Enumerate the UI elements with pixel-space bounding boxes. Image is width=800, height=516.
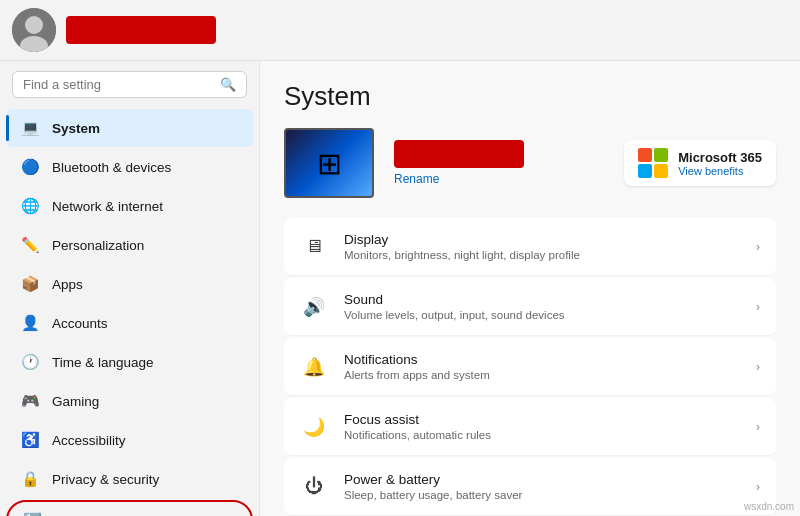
sidebar-item-windowsupdate[interactable]: 🔄 Windows Update: [6, 500, 253, 516]
personalization-icon: ✏️: [20, 235, 40, 255]
sidebar: 🔍 💻 System 🔵 Bluetooth & devices 🌐 Netwo…: [0, 61, 260, 516]
sidebar-item-accessibility[interactable]: ♿ Accessibility: [6, 421, 253, 459]
device-name-area: Rename: [394, 140, 524, 186]
search-input[interactable]: [23, 77, 214, 92]
device-header: ⊞ Rename Microsoft 365 View benefits: [284, 128, 776, 198]
setting-item-focusassist[interactable]: 🌙 Focus assist Notifications, automatic …: [284, 398, 776, 456]
device-image: ⊞: [284, 128, 374, 198]
user-name-bar: [66, 16, 216, 44]
microsoft365-subtitle: View benefits: [678, 165, 762, 177]
display-text: Display Monitors, brightness, night ligh…: [344, 232, 740, 261]
watermark: wsxdn.com: [744, 501, 794, 512]
sidebar-item-label-privacy: Privacy & security: [52, 472, 239, 487]
apps-icon: 📦: [20, 274, 40, 294]
microsoft365-text: Microsoft 365 View benefits: [678, 150, 762, 177]
setting-item-notifications[interactable]: 🔔 Notifications Alerts from apps and sys…: [284, 338, 776, 396]
nav-list: 💻 System 🔵 Bluetooth & devices 🌐 Network…: [0, 108, 259, 516]
sidebar-item-label-apps: Apps: [52, 277, 239, 292]
gaming-icon: 🎮: [20, 391, 40, 411]
privacy-icon: 🔒: [20, 469, 40, 489]
device-name-bar: [394, 140, 524, 168]
notifications-title: Notifications: [344, 352, 740, 367]
powerbattery-title: Power & battery: [344, 472, 740, 487]
sidebar-item-network[interactable]: 🌐 Network & internet: [6, 187, 253, 225]
notifications-text: Notifications Alerts from apps and syste…: [344, 352, 740, 381]
sound-icon: 🔊: [300, 293, 328, 321]
accounts-icon: 👤: [20, 313, 40, 333]
sound-chevron: ›: [756, 300, 760, 314]
search-box[interactable]: 🔍: [12, 71, 247, 98]
display-title: Display: [344, 232, 740, 247]
sidebar-item-personalization[interactable]: ✏️ Personalization: [6, 226, 253, 264]
system-icon: 💻: [20, 118, 40, 138]
settings-list: 🖥 Display Monitors, brightness, night li…: [284, 218, 776, 516]
sidebar-item-time[interactable]: 🕐 Time & language: [6, 343, 253, 381]
sidebar-item-label-bluetooth: Bluetooth & devices: [52, 160, 239, 175]
focusassist-chevron: ›: [756, 420, 760, 434]
sidebar-item-bluetooth[interactable]: 🔵 Bluetooth & devices: [6, 148, 253, 186]
accessibility-icon: ♿: [20, 430, 40, 450]
svg-point-1: [25, 16, 43, 34]
sidebar-item-privacy[interactable]: 🔒 Privacy & security: [6, 460, 253, 498]
network-icon: 🌐: [20, 196, 40, 216]
content-area: System ⊞ Rename Microsoft 365 View be: [260, 61, 800, 516]
display-chevron: ›: [756, 240, 760, 254]
powerbattery-text: Power & battery Sleep, battery usage, ba…: [344, 472, 740, 501]
windows-logo: ⊞: [317, 146, 342, 181]
rename-link[interactable]: Rename: [394, 172, 524, 186]
sidebar-item-gaming[interactable]: 🎮 Gaming: [6, 382, 253, 420]
setting-item-sound[interactable]: 🔊 Sound Volume levels, output, input, so…: [284, 278, 776, 336]
sidebar-item-label-personalization: Personalization: [52, 238, 239, 253]
sound-text: Sound Volume levels, output, input, soun…: [344, 292, 740, 321]
focusassist-icon: 🌙: [300, 413, 328, 441]
focusassist-description: Notifications, automatic rules: [344, 429, 740, 441]
notifications-chevron: ›: [756, 360, 760, 374]
sidebar-item-label-accessibility: Accessibility: [52, 433, 239, 448]
powerbattery-chevron: ›: [756, 480, 760, 494]
sidebar-item-accounts[interactable]: 👤 Accounts: [6, 304, 253, 342]
page-title: System: [284, 81, 776, 112]
sidebar-item-label-time: Time & language: [52, 355, 239, 370]
sound-title: Sound: [344, 292, 740, 307]
notifications-icon: 🔔: [300, 353, 328, 381]
notifications-description: Alerts from apps and system: [344, 369, 740, 381]
time-icon: 🕐: [20, 352, 40, 372]
avatar: [12, 8, 56, 52]
display-icon: 🖥: [300, 233, 328, 261]
sidebar-item-label-system: System: [52, 121, 239, 136]
main-layout: 🔍 💻 System 🔵 Bluetooth & devices 🌐 Netwo…: [0, 61, 800, 516]
sidebar-item-system[interactable]: 💻 System: [6, 109, 253, 147]
display-description: Monitors, brightness, night light, displ…: [344, 249, 740, 261]
sidebar-item-label-network: Network & internet: [52, 199, 239, 214]
sidebar-item-label-gaming: Gaming: [52, 394, 239, 409]
microsoft365-logo: [638, 148, 668, 178]
sound-description: Volume levels, output, input, sound devi…: [344, 309, 740, 321]
focusassist-text: Focus assist Notifications, automatic ru…: [344, 412, 740, 441]
setting-item-display[interactable]: 🖥 Display Monitors, brightness, night li…: [284, 218, 776, 276]
powerbattery-icon: ⏻: [300, 473, 328, 501]
top-bar: [0, 0, 800, 61]
setting-item-powerbattery[interactable]: ⏻ Power & battery Sleep, battery usage, …: [284, 458, 776, 516]
microsoft365-box[interactable]: Microsoft 365 View benefits: [624, 140, 776, 186]
bluetooth-icon: 🔵: [20, 157, 40, 177]
sidebar-item-label-accounts: Accounts: [52, 316, 239, 331]
focusassist-title: Focus assist: [344, 412, 740, 427]
microsoft365-title: Microsoft 365: [678, 150, 762, 165]
powerbattery-description: Sleep, battery usage, battery saver: [344, 489, 740, 501]
windowsupdate-icon: 🔄: [22, 511, 42, 516]
avatar-image: [12, 8, 56, 52]
sidebar-item-apps[interactable]: 📦 Apps: [6, 265, 253, 303]
search-icon: 🔍: [220, 77, 236, 92]
